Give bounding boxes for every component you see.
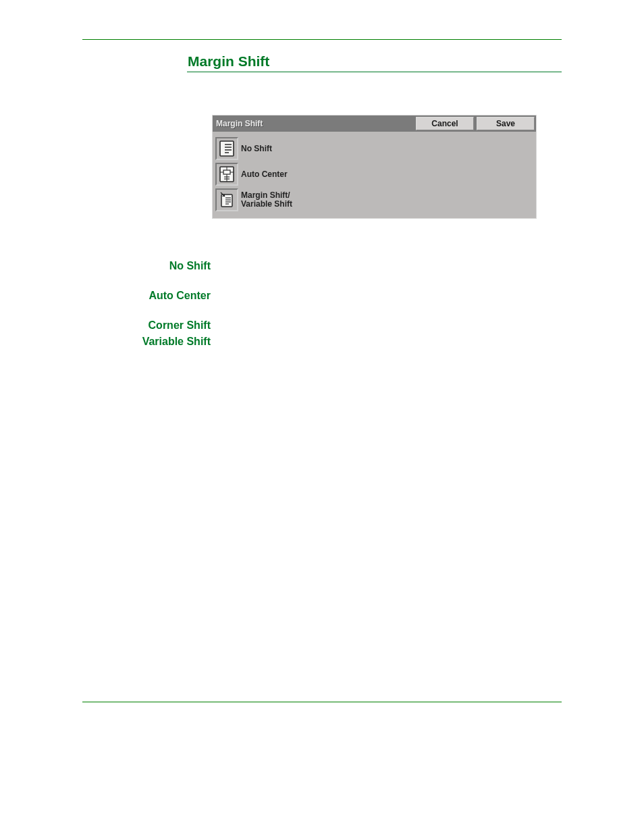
no-shift-icon	[215, 137, 238, 160]
top-rule	[82, 39, 562, 40]
option-no-shift-label: No Shift	[241, 145, 272, 153]
auto-center-icon	[215, 163, 238, 186]
option-auto-center[interactable]: Auto Center	[215, 161, 337, 187]
term-auto-center: Auto Center	[82, 288, 211, 302]
dialog-margin-shift: Margin Shift Cancel Save No	[213, 115, 536, 218]
option-margin-variable-label: Margin Shift/ Variable Shift	[241, 191, 292, 208]
term-variable-shift: Variable Shift	[82, 334, 211, 348]
term-corner-shift: Corner Shift	[82, 318, 211, 332]
section-title: Margin Shift	[187, 53, 562, 72]
desc-no-shift	[224, 259, 562, 271]
desc-auto-center	[224, 288, 562, 301]
option-margin-variable[interactable]: Margin Shift/ Variable Shift	[215, 187, 337, 213]
option-auto-center-label: Auto Center	[241, 170, 288, 179]
option-no-shift[interactable]: No Shift	[215, 136, 337, 161]
footer-rule	[82, 702, 562, 702]
desc-corner-shift	[224, 318, 562, 331]
cancel-button[interactable]: Cancel	[416, 117, 474, 130]
svg-rect-0	[220, 141, 234, 156]
dialog-titlebar: Margin Shift Cancel Save	[213, 115, 536, 132]
term-no-shift: No Shift	[82, 259, 211, 272]
dialog-title: Margin Shift	[216, 119, 413, 128]
save-button[interactable]: Save	[477, 117, 535, 130]
variable-shift-icon	[215, 188, 238, 211]
desc-variable-shift	[224, 334, 562, 347]
